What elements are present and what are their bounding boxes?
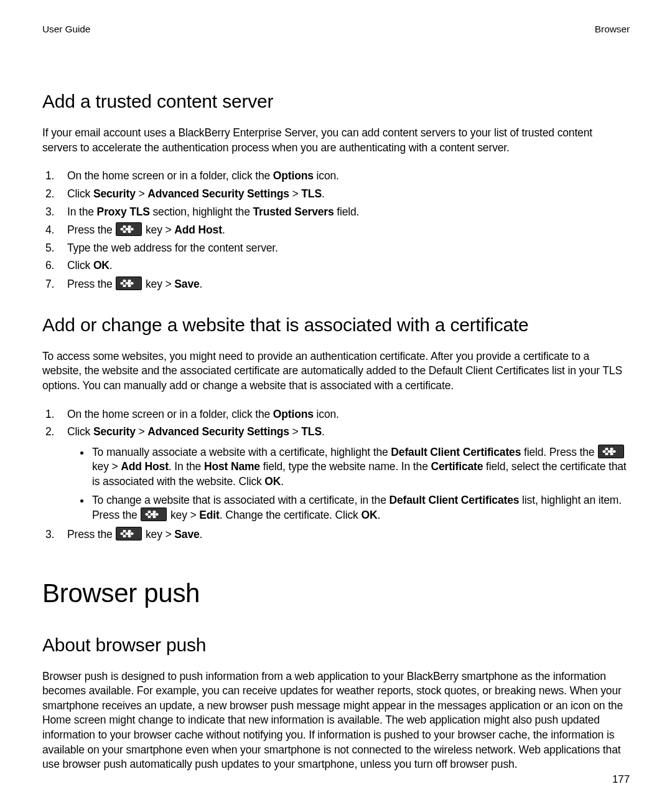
bold-text: Options [273, 169, 314, 182]
bold-text: Add Host [174, 224, 222, 236]
ordered-steps-2: On the home screen or in a folder, click… [42, 407, 630, 542]
bold-text: OK [93, 259, 110, 271]
ordered-steps-1: On the home screen or in a folder, click… [42, 169, 630, 291]
text: Press the [67, 528, 115, 540]
bold-text: TLS [301, 187, 322, 200]
text: > [289, 187, 302, 200]
text: . [222, 224, 225, 236]
bold-text: Security [93, 425, 136, 438]
bold-text: Trusted Servers [253, 205, 334, 218]
bold-text: OK [361, 509, 377, 521]
text: key > [92, 460, 121, 473]
step-item: Click Security > Advanced Security Setti… [57, 425, 630, 523]
step-item: Click Security > Advanced Security Setti… [57, 187, 630, 202]
bold-text: Default Client Certificates [391, 446, 521, 458]
text: key > [142, 224, 174, 236]
text: . [322, 425, 325, 438]
text: . Change the certificate. Click [220, 509, 362, 521]
step-item: Type the web address for the content ser… [57, 241, 630, 256]
text: Click [67, 425, 93, 438]
blackberry-key-icon [141, 507, 167, 521]
step-item: In the Proxy TLS section, highlight the … [57, 205, 630, 220]
text: . [110, 259, 113, 271]
text: > [289, 425, 302, 438]
text: field. [334, 205, 360, 218]
blackberry-key-icon [598, 445, 624, 458]
text: . [200, 278, 203, 290]
text: . In the [169, 460, 204, 473]
bold-text: Edit [199, 509, 219, 521]
paragraph: If your email account uses a BlackBerry … [42, 126, 630, 155]
text: key > [142, 528, 174, 540]
step-item: Click OK. [57, 258, 630, 273]
section-title-add-trusted-server: Add a trusted content server [42, 91, 630, 112]
text: field, type the website name. In the [260, 460, 431, 473]
header-left: User Guide [42, 24, 90, 35]
text: field. Press the [521, 446, 597, 458]
bold-text: Advanced Security Settings [147, 187, 289, 200]
blackberry-key-icon [116, 527, 142, 540]
text: Press the [67, 278, 115, 290]
text: section, highlight the [150, 205, 253, 218]
bullet-item: To change a website that is associated w… [91, 493, 630, 523]
section-title-about-browser-push: About browser push [42, 635, 630, 656]
text: icon. [314, 169, 339, 182]
bold-text: Add Host [121, 460, 169, 473]
step-item: Press the key > Save. [57, 276, 630, 292]
text: key > [142, 278, 174, 290]
text: key > [167, 509, 199, 521]
paragraph: To access some websites, you might need … [42, 349, 630, 394]
text: On the home screen or in a folder, click… [67, 169, 273, 182]
step-item: On the home screen or in a folder, click… [57, 407, 630, 422]
text: . [322, 187, 325, 200]
paragraph: Browser push is designed to push informa… [42, 669, 630, 772]
chapter-title-browser-push: Browser push [42, 578, 630, 608]
document-page: User Guide Browser Add a trusted content… [0, 0, 672, 807]
text: Press the [67, 224, 115, 236]
bullet-item: To manually associate a website with a c… [91, 445, 630, 489]
text: To manually associate a website with a c… [92, 446, 391, 458]
text: On the home screen or in a folder, click… [67, 408, 273, 420]
step-item: On the home screen or in a folder, click… [57, 169, 630, 184]
text: . [281, 475, 284, 488]
text: icon. [314, 408, 339, 420]
bold-text: Save [174, 528, 199, 540]
header-right: Browser [595, 24, 630, 35]
bold-text: Advanced Security Settings [147, 425, 289, 438]
text: Click [67, 187, 93, 200]
bold-text: Options [273, 408, 314, 420]
text: > [136, 425, 148, 438]
running-header: User Guide Browser [42, 24, 630, 35]
bold-text: OK [264, 475, 281, 488]
text: To change a website that is associated w… [92, 494, 389, 506]
step-item: Press the key > Save. [57, 527, 630, 542]
bold-text: Security [93, 187, 136, 200]
bold-text: Host Name [204, 460, 260, 473]
blackberry-key-icon [116, 276, 142, 290]
text: > [136, 187, 148, 200]
text: . [377, 509, 380, 521]
bold-text: Certificate [431, 460, 483, 473]
bold-text: Save [174, 278, 199, 290]
blackberry-key-icon [116, 222, 142, 236]
bold-text: TLS [301, 425, 322, 438]
text: . [200, 528, 203, 540]
step-item: Press the key > Add Host. [57, 222, 630, 238]
bold-text: Default Client Certificates [389, 494, 519, 506]
section-title-add-change-website-cert: Add or change a website that is associat… [42, 314, 630, 336]
sub-bullets: To manually associate a website with a c… [67, 445, 630, 523]
bold-text: Proxy TLS [97, 205, 150, 218]
text: In the [67, 205, 97, 218]
page-number: 177 [612, 773, 630, 786]
text: Click [67, 259, 93, 271]
